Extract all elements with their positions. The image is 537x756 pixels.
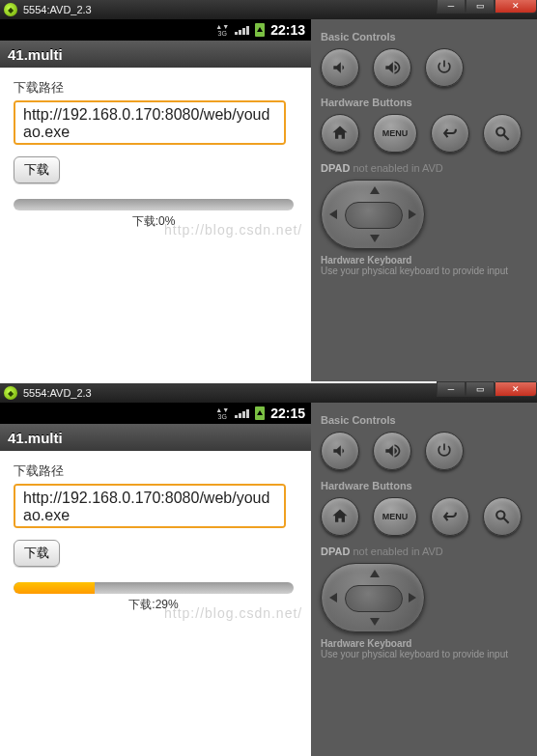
- window-controls: ─ ▭ ✕: [437, 381, 537, 397]
- close-button[interactable]: ✕: [495, 0, 537, 14]
- minimize-button[interactable]: ─: [437, 381, 466, 397]
- hw-keyboard-sub: Use your physical keyboard to provide in…: [321, 266, 527, 276]
- dpad-center-button[interactable]: [345, 202, 403, 229]
- close-button[interactable]: ✕: [495, 381, 537, 397]
- svg-point-2: [496, 511, 504, 518]
- signal-icon: [235, 409, 249, 418]
- emulator-window-2: ◆ 5554:AVD_2.3 ─ ▭ ✕ ▲▼3G 22:15 41.multi…: [0, 383, 537, 756]
- app-title: 41.multi: [8, 46, 63, 63]
- signal-icon: [235, 26, 249, 35]
- home-button[interactable]: [321, 497, 359, 536]
- power-button[interactable]: [425, 48, 464, 87]
- volume-up-button[interactable]: [373, 48, 411, 87]
- window-title: 5554:AVD_2.3: [23, 4, 92, 15]
- progress-bar: [14, 582, 294, 594]
- dpad-right-icon[interactable]: [409, 593, 416, 602]
- basic-controls-label: Basic Controls: [321, 31, 527, 42]
- dpad-section: DPAD not enabled in AVD: [321, 546, 527, 557]
- network-3g-icon: ▲▼3G: [215, 406, 229, 420]
- dpad-down-icon[interactable]: [370, 618, 380, 626]
- volume-down-button[interactable]: [321, 432, 359, 470]
- app-bar: 41.multi: [0, 41, 311, 68]
- dpad-center-button[interactable]: [345, 585, 403, 612]
- progress-bar-wrap: 下载:0%: [14, 199, 294, 230]
- dpad-label: DPAD: [321, 546, 350, 557]
- url-input[interactable]: [14, 100, 286, 145]
- svg-point-0: [496, 127, 504, 135]
- app-title: 41.multi: [8, 430, 63, 446]
- dpad-label: DPAD: [321, 162, 350, 174]
- volume-up-button[interactable]: [373, 432, 411, 470]
- emulator-window-1: ◆ 5554:AVD_2.3 ─ ▭ ✕ ▲▼3G 22:13 41.multi…: [0, 0, 537, 381]
- battery-icon: [255, 406, 265, 420]
- clock-text: 22:13: [270, 22, 305, 38]
- basic-controls-label: Basic Controls: [321, 414, 527, 426]
- hw-keyboard-label: Hardware Keyboard: [321, 638, 527, 649]
- hw-keyboard-sub: Use your physical keyboard to provide in…: [321, 649, 527, 659]
- minimize-button[interactable]: ─: [437, 0, 466, 14]
- phone-screen: ▲▼3G 22:15 41.multi 下载路径 下载 下载:29%: [0, 403, 311, 756]
- phone-screen: ▲▼3G 22:13 41.multi 下载路径 下载 下载:0%: [0, 19, 311, 381]
- app-body: 下载路径 下载 下载:29% http://blog.csdn.net/: [0, 451, 311, 756]
- window-controls: ─ ▭ ✕: [437, 0, 537, 14]
- download-button[interactable]: 下载: [14, 540, 60, 567]
- url-label: 下载路径: [14, 462, 297, 480]
- clock-text: 22:15: [270, 406, 305, 421]
- app-bar: 41.multi: [0, 424, 311, 451]
- menu-button[interactable]: MENU: [373, 497, 417, 536]
- progress-text: 下载:29%: [14, 597, 294, 613]
- progress-fill: [14, 582, 95, 594]
- dpad-note: not enabled in AVD: [350, 162, 442, 174]
- status-bar: ▲▼3G 22:15: [0, 403, 311, 424]
- side-panel: Basic Controls Hardware Buttons MENU DPA…: [311, 19, 537, 381]
- hardware-buttons-label: Hardware Buttons: [321, 97, 527, 108]
- progress-text: 下载:0%: [14, 213, 294, 230]
- window-title: 5554:AVD_2.3: [23, 387, 92, 399]
- url-label: 下载路径: [14, 79, 297, 97]
- search-button[interactable]: [483, 114, 522, 153]
- dpad[interactable]: [321, 563, 425, 632]
- dpad-left-icon[interactable]: [329, 210, 337, 219]
- maximize-button[interactable]: ▭: [466, 0, 495, 14]
- hw-keyboard-label: Hardware Keyboard: [321, 255, 527, 266]
- dpad-up-icon[interactable]: [370, 186, 380, 194]
- back-button[interactable]: [431, 114, 469, 153]
- progress-bar: [14, 199, 294, 210]
- search-button[interactable]: [483, 497, 522, 536]
- power-button[interactable]: [425, 432, 464, 470]
- maximize-button[interactable]: ▭: [466, 381, 495, 397]
- dpad-left-icon[interactable]: [329, 593, 337, 602]
- url-input[interactable]: [14, 484, 286, 528]
- titlebar: ◆ 5554:AVD_2.3 ─ ▭ ✕: [0, 0, 537, 19]
- download-button[interactable]: 下载: [14, 156, 60, 183]
- home-button[interactable]: [321, 114, 359, 153]
- network-3g-icon: ▲▼3G: [215, 23, 229, 37]
- dpad-down-icon[interactable]: [370, 235, 380, 242]
- svg-line-1: [504, 135, 509, 140]
- dpad-section: DPAD not enabled in AVD: [321, 162, 527, 174]
- side-panel: Basic Controls Hardware Buttons MENU DPA…: [311, 403, 537, 756]
- progress-bar-wrap: 下载:29%: [14, 582, 294, 613]
- dpad-right-icon[interactable]: [409, 210, 416, 219]
- dpad-note: not enabled in AVD: [350, 546, 442, 557]
- android-icon: ◆: [4, 386, 17, 400]
- android-icon: ◆: [4, 3, 17, 16]
- menu-button[interactable]: MENU: [373, 114, 417, 153]
- status-bar: ▲▼3G 22:13: [0, 19, 311, 41]
- app-body: 下载路径 下载 下载:0% http://blog.csdn.net/: [0, 68, 311, 381]
- dpad-up-icon[interactable]: [370, 570, 380, 577]
- battery-icon: [255, 23, 265, 37]
- dpad[interactable]: [321, 180, 425, 249]
- back-button[interactable]: [431, 497, 469, 536]
- volume-down-button[interactable]: [321, 48, 359, 87]
- svg-line-3: [504, 518, 509, 523]
- hardware-buttons-label: Hardware Buttons: [321, 480, 527, 491]
- titlebar: ◆ 5554:AVD_2.3 ─ ▭ ✕: [0, 383, 537, 403]
